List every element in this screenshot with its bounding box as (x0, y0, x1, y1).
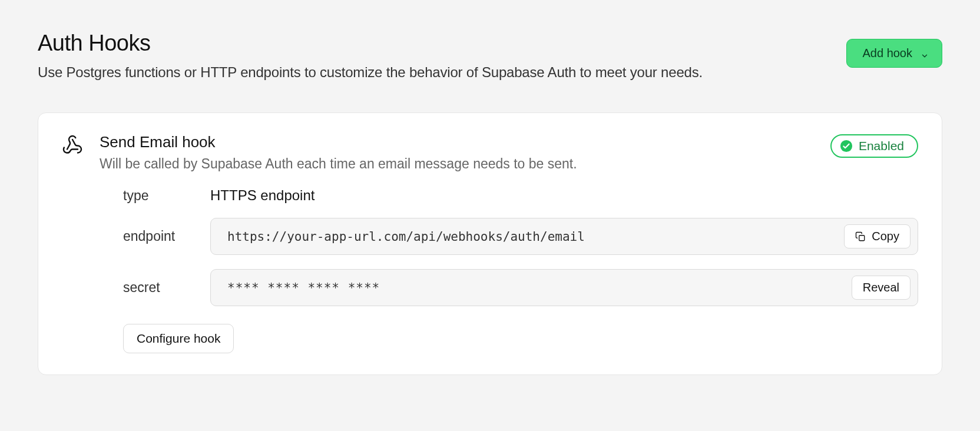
svg-rect-1 (859, 235, 865, 240)
check-circle-icon (840, 140, 853, 152)
reveal-button-label: Reveal (863, 281, 899, 294)
hook-description: Will be called by Supabase Auth each tim… (100, 156, 814, 172)
hook-row-secret: secret **** **** **** **** Reveal (123, 269, 918, 306)
copy-icon (855, 231, 866, 242)
status-badge: Enabled (830, 134, 918, 158)
add-hook-button-label: Add hook (862, 47, 912, 60)
row-value-type: HTTPS endpoint (210, 187, 314, 204)
copy-endpoint-button[interactable]: Copy (844, 224, 911, 248)
configure-hook-button[interactable]: Configure hook (123, 324, 234, 353)
endpoint-field: https://your-app-url.com/api/webhooks/au… (210, 218, 918, 255)
reveal-secret-button[interactable]: Reveal (852, 276, 911, 300)
copy-button-label: Copy (872, 230, 899, 243)
secret-value-masked: **** **** **** **** (227, 281, 380, 295)
page-title: Auth Hooks (38, 31, 942, 56)
row-label-secret: secret (123, 280, 210, 296)
hook-card: Send Email hook Will be called by Supaba… (38, 112, 942, 375)
status-badge-label: Enabled (859, 139, 904, 153)
endpoint-value: https://your-app-url.com/api/webhooks/au… (227, 230, 585, 244)
row-label-type: type (123, 188, 210, 204)
hook-row-type: type HTTPS endpoint (123, 187, 918, 204)
row-label-endpoint: endpoint (123, 228, 210, 244)
secret-field: **** **** **** **** Reveal (210, 269, 918, 306)
hook-row-endpoint: endpoint https://your-app-url.com/api/we… (123, 218, 918, 255)
page-subtitle: Use Postgres functions or HTTP endpoints… (38, 64, 942, 81)
hook-title: Send Email hook (100, 133, 814, 151)
chevron-down-icon (921, 49, 929, 58)
add-hook-button[interactable]: Add hook (846, 39, 942, 68)
webhook-icon (62, 134, 83, 155)
